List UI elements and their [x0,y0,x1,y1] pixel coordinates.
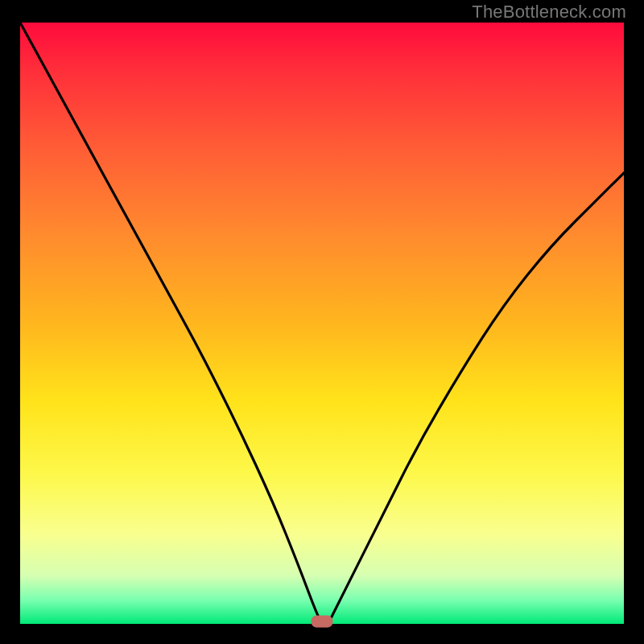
bottleneck-marker [312,616,332,627]
watermark-text: TheBottleneck.com [472,2,626,23]
curve-layer [20,23,624,624]
plot-area [20,23,624,624]
chart-frame: TheBottleneck.com [0,0,644,644]
bottleneck-curve [20,23,624,624]
